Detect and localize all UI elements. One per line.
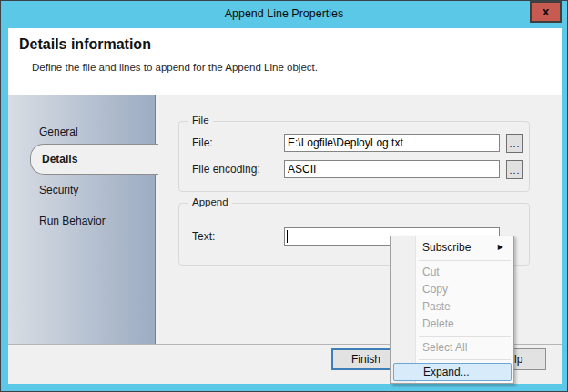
page-title: Details information	[19, 36, 151, 53]
close-button[interactable]: x	[530, 1, 562, 23]
sidebar-item-details[interactable]: Details	[30, 144, 158, 175]
menu-item-paste[interactable]: Paste	[393, 298, 512, 316]
sidebar-item-run-behavior[interactable]: Run Behavior	[39, 212, 106, 230]
file-encoding-label: File encoding:	[192, 163, 260, 176]
menu-item-cut[interactable]: Cut	[393, 264, 512, 281]
menu-item-subscribe-label: Subscribe	[422, 241, 471, 254]
file-field-label: File:	[192, 136, 213, 149]
menu-separator	[419, 359, 511, 360]
sidebar-item-general[interactable]: General	[39, 123, 78, 141]
context-menu: Subscribe ▶ Cut Copy Paste Delete Select…	[390, 236, 514, 384]
close-icon: x	[543, 5, 549, 18]
file-path-input[interactable]	[284, 134, 500, 152]
submenu-arrow-icon: ▶	[498, 238, 503, 256]
file-browse-button[interactable]: ...	[506, 134, 523, 153]
sidebar: General Security Run Behavior	[8, 95, 156, 344]
menu-item-delete[interactable]: Delete	[393, 316, 512, 333]
text-cursor	[287, 230, 288, 243]
dialog-window: Append Line Properties x Details informa…	[0, 0, 568, 392]
menu-separator	[419, 336, 511, 337]
page-description: Define the file and lines to append for …	[32, 62, 318, 73]
menu-item-subscribe[interactable]: Subscribe ▶	[393, 238, 512, 257]
file-encoding-browse-button[interactable]: ...	[506, 160, 523, 179]
dialog-header: Details information Define the file and …	[8, 28, 562, 95]
append-group-label: Append	[188, 196, 232, 207]
title-bar: Append Line Properties x	[1, 1, 567, 27]
menu-item-select-all[interactable]: Select All	[393, 339, 512, 357]
menu-separator	[419, 260, 511, 261]
window-title: Append Line Properties	[1, 7, 567, 20]
file-group-label: File	[188, 115, 213, 126]
file-encoding-input[interactable]	[284, 160, 500, 178]
sidebar-item-security[interactable]: Security	[39, 181, 78, 199]
text-field-label: Text:	[192, 230, 215, 243]
menu-item-expand[interactable]: Expand...	[393, 363, 512, 381]
file-group: File File: ... File encoding: ...	[178, 121, 530, 192]
menu-item-copy[interactable]: Copy	[393, 281, 512, 298]
